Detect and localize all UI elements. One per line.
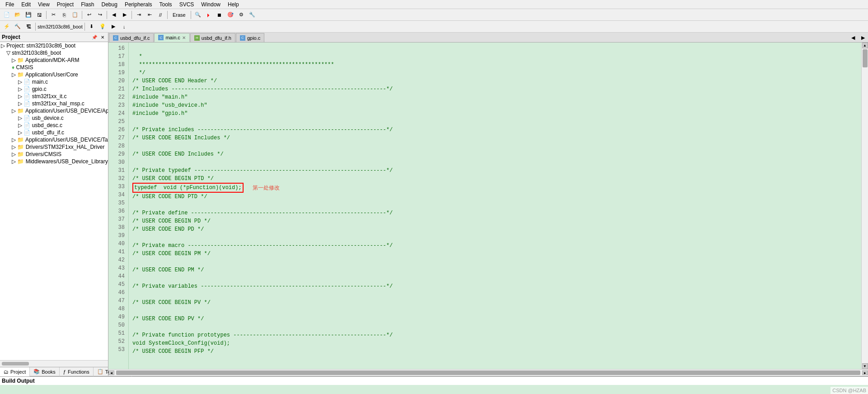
comment-btn[interactable]: //	[155, 10, 165, 20]
menu-edit[interactable]: Edit	[18, 0, 34, 9]
open-btn[interactable]: 📂	[13, 10, 23, 20]
tree-label: Middlewares/USB_Device_Library	[26, 158, 108, 165]
ln-26: 26	[112, 126, 125, 134]
tree-item-middlewares[interactable]: ▷ 📁 Middlewares/USB_Device_Library	[0, 158, 108, 165]
find-btn[interactable]: 🔍	[193, 10, 203, 20]
tree-item-mdk-arm[interactable]: ▷ 📁 Application/MDK-ARM	[0, 57, 108, 64]
tree-item-usb-device-c[interactable]: ▷ 📄 usb_device.c	[0, 114, 108, 122]
tree-item-gpio-c[interactable]: ▷ 📄 gpio.c	[0, 85, 108, 93]
tree-item-main-c[interactable]: ▷ 📄 main.c	[0, 78, 108, 85]
menu-tools[interactable]: Tools	[156, 0, 176, 9]
tree-item-cmsis[interactable]: ♦ CMSIS	[0, 64, 108, 71]
compile-btn[interactable]: ⚡	[2, 22, 12, 32]
menu-help[interactable]: Help	[224, 0, 243, 9]
erase-btn[interactable]: Erase	[169, 10, 189, 20]
wrench-btn[interactable]: 🔧	[247, 10, 257, 20]
indent-btn[interactable]: ⇥	[134, 10, 144, 20]
rebuild-btn[interactable]: 🏗	[23, 22, 33, 32]
menu-file[interactable]: File	[2, 0, 18, 9]
expand-icon: ▷	[18, 100, 22, 107]
menu-window[interactable]: Window	[197, 0, 224, 9]
line-19: /* USER CODE END Header */	[132, 78, 217, 84]
tab-scroll-right[interactable]: ▶	[858, 33, 868, 42]
ln-21: 21	[112, 85, 125, 93]
menu-flash[interactable]: Flash	[77, 0, 98, 9]
save-all-btn[interactable]: 🖫	[34, 10, 44, 20]
expand-icon: ▷	[12, 151, 16, 157]
tree-item-usbd-desc-c[interactable]: ▷ 📄 usbd_desc.c	[0, 122, 108, 129]
expand-icon: ▷	[18, 79, 22, 85]
step-btn[interactable]: ↓	[119, 22, 129, 32]
horizontal-scrollbar[interactable]: ◀ ▶	[108, 369, 868, 376]
tree-item-usb-target[interactable]: ▷ 📁 Application/User/USB_DEVICE/Target	[0, 136, 108, 143]
line-26: /* USER CODE BEGIN Includes */	[132, 135, 230, 141]
tab-label: Books	[42, 369, 56, 375]
code-editor[interactable]: 16 17 18 19 20 21 22 23 24 25 26 27 28 2…	[108, 43, 868, 369]
expand-icon: ▷	[18, 93, 22, 100]
menu-view[interactable]: View	[34, 0, 53, 9]
tab-project[interactable]: 🗂 Project	[0, 367, 30, 376]
code-content[interactable]: * **************************************…	[129, 43, 861, 369]
tab-usbd-dfu-if-c[interactable]: C usbd_dfu_if.c	[109, 33, 154, 42]
menu-debug[interactable]: Debug	[98, 0, 121, 9]
target-btn[interactable]: 🎯	[225, 10, 235, 20]
tree-item-usbd-dfu-if-c[interactable]: ▷ 📄 usbd_dfu_if.c	[0, 129, 108, 136]
paste-btn[interactable]: 📋	[70, 10, 80, 20]
tab-usbd-dfu-if-h[interactable]: H usbd_dfu_if.h	[190, 33, 235, 42]
tab-books[interactable]: 📚 Books	[30, 367, 60, 376]
c-file-icon: C	[113, 35, 118, 41]
menu-peripherals[interactable]: Peripherals	[121, 0, 156, 9]
tree-item-user-core[interactable]: ▷ 📁 Application/User/Core	[0, 71, 108, 78]
outdent-btn[interactable]: ⇤	[145, 10, 155, 20]
tree-item-boot[interactable]: ▽ stm32f103c8t6_boot	[0, 49, 108, 57]
scroll-up-btn[interactable]: ▲	[862, 43, 868, 48]
download-btn[interactable]: ⬇	[87, 22, 97, 32]
menu-project[interactable]: Project	[53, 0, 77, 9]
tree-item-stm32-it[interactable]: ▷ 📄 stm32f1xx_it.c	[0, 93, 108, 100]
sep8	[84, 23, 85, 31]
tree-item-usb-app[interactable]: ▷ 📁 Application/User/USB_DEVICE/App	[0, 107, 108, 114]
tree-label: Application/User/Core	[25, 71, 78, 78]
tab-scroll-left[interactable]: ◀	[848, 33, 858, 42]
scroll-left-btn[interactable]: ◀	[108, 370, 114, 375]
nav-back-btn[interactable]: ◀	[109, 10, 119, 20]
pin-btn[interactable]: 📌	[91, 33, 98, 41]
undo-btn[interactable]: ↩	[84, 10, 94, 20]
tab-main-c[interactable]: C main.c ✕	[154, 33, 189, 42]
ln-38: 38	[112, 223, 125, 232]
tree-item-stm32-hal-msp[interactable]: ▷ 📄 stm32f1xx_hal_msp.c	[0, 100, 108, 107]
tab-close-btn[interactable]: ✕	[182, 35, 186, 40]
ln-43: 43	[112, 264, 125, 272]
line-24	[132, 119, 136, 125]
tree-item-drivers-cmsis[interactable]: ▷ 📁 Drivers/CMSIS	[0, 151, 108, 158]
redo-btn[interactable]: ↪	[95, 10, 105, 20]
scroll-thumb[interactable]	[863, 49, 868, 67]
debug-stop-btn[interactable]: ⏹	[215, 10, 225, 20]
menu-bar: File Edit View Project Flash Debug Perip…	[0, 0, 868, 9]
tab-functions[interactable]: ƒ Functions	[60, 367, 94, 376]
copy-btn[interactable]: ⎘	[59, 10, 69, 20]
line-23: #include "gpio.h"	[132, 110, 188, 117]
build-btn[interactable]: 🔨	[13, 22, 23, 32]
tab-gpio-c[interactable]: C gpio.c	[236, 33, 264, 42]
save-btn[interactable]: 💾	[23, 10, 33, 20]
new-btn[interactable]: 📄	[2, 10, 12, 20]
ln-30: 30	[112, 158, 125, 166]
templates-tab-icon: 📋	[97, 369, 103, 375]
h-scrollbar-thumb[interactable]	[2, 362, 29, 366]
cut-btn[interactable]: ✂	[48, 10, 58, 20]
scroll-right-btn[interactable]: ▶	[862, 370, 868, 375]
tree-item-hal-driver[interactable]: ▷ 📁 Drivers/STM32F1xx_HAL_Driver	[0, 143, 108, 151]
tab-label: gpio.c	[247, 35, 260, 41]
vertical-scrollbar[interactable]: ▲ ▼	[861, 43, 868, 369]
debug-start-btn[interactable]: ⏵	[204, 10, 214, 20]
run-btn[interactable]: ▶	[108, 22, 118, 32]
scroll-down-btn[interactable]: ▼	[862, 363, 868, 369]
menu-svcs[interactable]: SVCS	[176, 0, 198, 9]
close-panel-btn[interactable]: ✕	[99, 33, 106, 41]
tree-item-project-root[interactable]: ▷ Project: stm32f103c8t6_boot	[0, 42, 108, 49]
nav-fwd-btn[interactable]: ▶	[120, 10, 130, 20]
settings-btn[interactable]: ⚙	[236, 10, 246, 20]
flash-btn[interactable]: 💡	[98, 22, 108, 32]
h-scroll-thumb[interactable]	[116, 370, 860, 375]
